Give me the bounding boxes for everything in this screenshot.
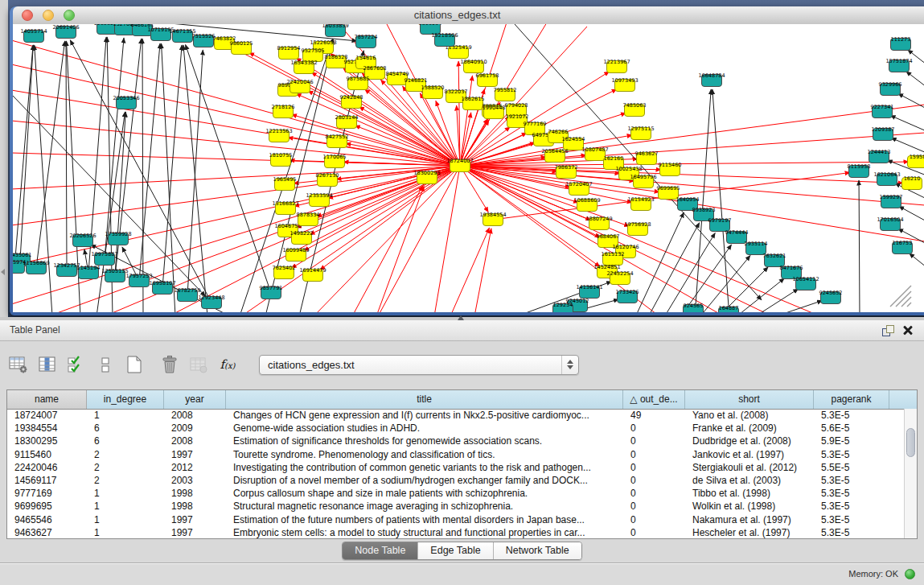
table-row[interactable]: 946362711997Embryonic stem cells: a mode… — [7, 526, 905, 538]
table-cell[interactable]: 1997 — [164, 513, 226, 526]
table-row[interactable]: 977716911998Corpus callosum shape and si… — [7, 487, 905, 500]
table-cell[interactable]: Structural magnetic resonance image aver… — [226, 500, 623, 513]
table-cell[interactable]: Investigating the contribution of common… — [226, 461, 623, 474]
table-cell[interactable]: Nakamura et al. (1997) — [685, 513, 814, 526]
graph-edge[interactable] — [13, 166, 454, 189]
table-cell[interactable]: 14569117 — [7, 474, 87, 487]
table-cell[interactable]: 1998 — [164, 500, 226, 513]
table-row[interactable]: 969969511998Structural magnetic resonanc… — [7, 500, 905, 513]
table-row[interactable]: 946554611997Estimation of the future num… — [7, 513, 905, 526]
graph-edge[interactable] — [774, 301, 823, 312]
table-cell[interactable]: 2008 — [164, 435, 226, 447]
table-cell[interactable]: 5.5E-5 — [814, 461, 889, 474]
graph-edge[interactable] — [66, 41, 67, 266]
scrollbar-thumb[interactable] — [906, 428, 915, 457]
table-cell[interactable]: Tibbo et al. (1998) — [685, 487, 814, 500]
graph-edge[interactable] — [187, 50, 203, 290]
table-cell[interactable]: 5.3E-5 — [814, 500, 889, 513]
table-row[interactable]: 1938455462009Genome-wide association stu… — [7, 422, 905, 435]
graph-edge[interactable] — [314, 171, 455, 312]
table-cell[interactable]: 1 — [87, 526, 164, 538]
column-header[interactable]: name — [7, 390, 87, 409]
table-cell[interactable]: Estimation of the future numbers of pati… — [226, 513, 623, 526]
table-cell[interactable]: 18300295 — [7, 435, 87, 447]
graph-edge[interactable] — [891, 138, 924, 153]
table-cell[interactable]: 0 — [623, 500, 685, 513]
table-cell[interactable]: 1 — [87, 409, 164, 422]
table-row[interactable]: 1830029562008Estimation of significance … — [7, 435, 905, 447]
graph-edge[interactable] — [162, 45, 182, 283]
column-header[interactable]: year — [164, 390, 226, 409]
table-cell[interactable]: 22420046 — [7, 461, 87, 474]
show-hide-columns-button[interactable] — [35, 353, 60, 376]
table-cell[interactable]: 0 — [623, 474, 685, 487]
graph-edge[interactable] — [736, 278, 784, 312]
table-cell[interactable]: 5.6E-5 — [814, 422, 889, 435]
graph-edge[interactable] — [466, 162, 909, 166]
table-cell[interactable]: 1 — [87, 487, 164, 500]
graph-edge[interactable] — [13, 40, 454, 164]
column-header[interactable]: short — [685, 390, 814, 409]
graph-edge[interactable] — [420, 93, 457, 160]
table-cell[interactable]: 0 — [623, 435, 685, 447]
table-cell[interactable]: Dudbridge et al. (2008) — [685, 435, 814, 447]
table-cell[interactable]: 2012 — [164, 461, 226, 474]
table-row[interactable]: 1456911722003Disruption of a novel membe… — [7, 474, 905, 487]
table-cell[interactable]: Disruption of a novel member of a sodium… — [226, 474, 623, 487]
table-cell[interactable]: Genome-wide association studies in ADHD. — [226, 422, 623, 435]
table-row[interactable]: 911546021997Tourette syndrome. Phenomeno… — [7, 448, 905, 461]
table-cell[interactable]: 6 — [87, 422, 164, 435]
graph-edge[interactable] — [713, 89, 729, 312]
table-cell[interactable]: Franke et al. (2009) — [685, 422, 814, 435]
table-cell[interactable]: 0 — [623, 448, 685, 461]
table-vertical-scrollbar[interactable] — [904, 409, 917, 538]
table-cell[interactable]: 2008 — [164, 409, 226, 422]
graph-edge[interactable] — [296, 93, 454, 163]
table-selector-dropdown[interactable]: citations_edges.txt — [259, 355, 579, 375]
table-cell[interactable]: 2 — [87, 448, 164, 461]
table-cell[interactable]: 5.3E-5 — [814, 513, 889, 526]
table-cell[interactable]: 5.3E-5 — [814, 526, 889, 538]
table-cell[interactable]: Estimation of significance thresholds fo… — [226, 435, 623, 447]
table-cell[interactable]: Tourette syndrome. Phenomenology and cla… — [226, 448, 623, 461]
table-cell[interactable]: 5.3E-5 — [814, 487, 889, 500]
table-cell[interactable]: 6 — [87, 435, 164, 447]
function-builder-button[interactable]: f(x) — [216, 353, 240, 376]
tab-edge-table[interactable]: Edge Table — [418, 542, 493, 559]
table-cell[interactable]: Hescheler et al. (1997) — [685, 526, 814, 538]
table-cell[interactable]: 0 — [623, 487, 685, 500]
table-cell[interactable]: 2003 — [164, 474, 226, 487]
create-new-column-button[interactable] — [122, 353, 146, 376]
table-cell[interactable]: 9465546 — [7, 513, 87, 526]
table-cell[interactable]: 1 — [87, 513, 164, 526]
table-cell[interactable]: 9115460 — [7, 448, 87, 461]
graph-edge[interactable] — [754, 289, 799, 312]
graph-edge[interactable] — [186, 44, 269, 288]
table-cell[interactable]: Jankovic et al. (1997) — [685, 448, 814, 461]
table-cell[interactable]: de Silva et al. (2003) — [685, 474, 814, 487]
column-header[interactable]: in_degree — [87, 390, 164, 409]
table-cell[interactable]: 1 — [87, 500, 164, 513]
column-header[interactable]: title — [226, 390, 623, 409]
table-cell[interactable]: 19384554 — [7, 422, 87, 435]
table-row[interactable]: 1872400712008Changes of HCN gene express… — [7, 409, 905, 422]
table-cell[interactable]: 1998 — [164, 487, 226, 500]
float-panel-icon[interactable] — [882, 325, 893, 336]
table-cell[interactable]: 9699695 — [7, 500, 87, 513]
table-cell[interactable]: 18724007 — [7, 409, 87, 422]
table-cell[interactable]: 0 — [623, 513, 685, 526]
table-cell[interactable]: 1997 — [164, 526, 226, 538]
graph-edge[interactable] — [37, 41, 65, 263]
network-window-titlebar[interactable]: citations_edges.txt — [13, 6, 924, 25]
table-cell[interactable]: Yano et al. (2008) — [685, 409, 814, 422]
graph-edge[interactable] — [352, 186, 423, 312]
citation-network-graph[interactable]: 1872400718300295193845548912954152260589… — [13, 24, 924, 312]
table-cell[interactable]: 2009 — [164, 422, 226, 435]
table-cell[interactable]: 5.3E-5 — [814, 474, 889, 487]
table-cell[interactable]: Embryonic stem cells: a model to study s… — [226, 526, 623, 538]
graph-edge[interactable] — [648, 223, 700, 312]
table-row[interactable]: 2242004622012Investigating the contribut… — [7, 461, 905, 474]
tab-network-table[interactable]: Network Table — [494, 542, 581, 559]
tab-node-table[interactable]: Node Table — [343, 542, 418, 559]
delete-columns-button[interactable] — [158, 353, 182, 376]
